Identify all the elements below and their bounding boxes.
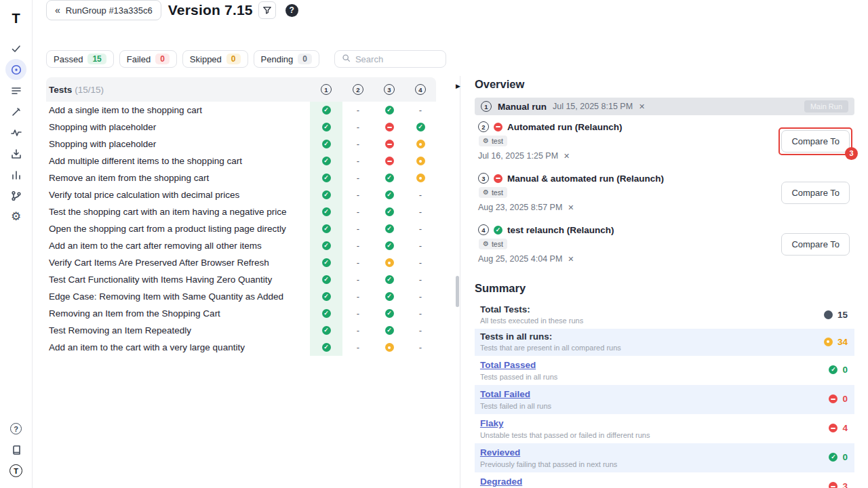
tag-label: test [492, 240, 503, 248]
table-row[interactable]: Test the shopping cart with an item havi… [46, 203, 436, 220]
checklist-icon[interactable] [5, 38, 26, 59]
column-run-1[interactable]: 1 [321, 84, 332, 95]
skipped-count-badge: 0 [226, 54, 241, 64]
run-item-selected[interactable]: 1 Manual run Jul 15, 2025 8:15 PM ✕ Main… [475, 98, 854, 115]
table-row[interactable]: Verify Cart Items Are Preserved After Br… [46, 254, 436, 271]
run-name: Manual run [498, 102, 547, 112]
summary-label: Total Tests: [480, 304, 824, 314]
pen-icon[interactable] [5, 101, 26, 122]
settings-icon[interactable]: ⚙ [5, 206, 26, 227]
summary-status-icon [829, 482, 837, 488]
close-icon[interactable]: ✕ [564, 152, 570, 161]
branch-icon[interactable] [5, 185, 26, 206]
docs-icon[interactable] [5, 439, 26, 460]
test-name: Add an item to the cart with a very larg… [46, 342, 310, 352]
test-name: Remove an item from the shopping cart [46, 173, 310, 183]
filters-row: Passed 15 Failed 0 Skipped 0 Pending 0 [46, 50, 446, 68]
search-input[interactable] [355, 54, 439, 64]
run1-status-icon [322, 190, 331, 199]
column-run-4[interactable]: 4 [415, 84, 426, 95]
summary-link-revieved[interactable]: Revieved [480, 447, 520, 458]
import-icon[interactable] [5, 143, 26, 164]
table-row[interactable]: Shopping with placeholder [46, 136, 436, 152]
help-icon[interactable]: ? [5, 418, 26, 439]
tests-count: (15/15) [75, 85, 104, 95]
column-run-3[interactable]: 3 [384, 84, 395, 95]
back-button[interactable]: « RunGroup #13a335c6 [46, 0, 161, 20]
column-run-2[interactable]: 2 [353, 84, 363, 95]
run1-status-icon [322, 157, 331, 165]
gear-icon: ⚙ [483, 189, 489, 196]
tab-pending[interactable]: Pending 0 [254, 50, 319, 68]
summary-row: Flaky Unstable tests that passed or fail… [475, 414, 854, 443]
tag-badge: ⚙ test [479, 187, 507, 198]
filter-funnel-button[interactable] [258, 1, 276, 19]
table-row[interactable]: Add a single item to the shopping cart [46, 102, 436, 119]
passed-count-badge: 15 [87, 54, 106, 64]
table-row[interactable]: Test Removing an Item Repeatedly [46, 322, 436, 339]
run2-status-icon [354, 224, 363, 233]
table-row[interactable]: Add an item to the cart after removing a… [46, 237, 436, 254]
page-title: Version 7.15 [168, 2, 253, 18]
app: T ⚙ ? [0, 0, 868, 488]
close-icon[interactable]: ✕ [568, 203, 574, 212]
summary-link-degraded[interactable]: Degraded [480, 476, 522, 487]
runs-icon[interactable] [5, 59, 26, 80]
summary-value: 0 [842, 394, 848, 404]
run-number: 4 [478, 224, 489, 235]
list-filter-icon[interactable] [5, 80, 26, 101]
run3-status-icon [385, 207, 394, 216]
close-icon[interactable]: ✕ [568, 255, 574, 264]
table-row[interactable]: Edge Case: Removing Item with Same Quant… [46, 288, 436, 305]
compare-to-button[interactable]: Compare To [781, 130, 850, 152]
help-button[interactable]: ? [285, 4, 298, 17]
brand-logo-icon[interactable]: T [5, 460, 26, 481]
compare-to-button[interactable]: Compare To [781, 182, 850, 204]
run4-status-icon [416, 190, 425, 199]
compare-to-button[interactable]: Compare To [781, 233, 850, 256]
table-row[interactable]: Verify total price calculation with deci… [46, 186, 436, 203]
summary-desc: All tests executed in these runs [480, 317, 824, 325]
close-icon[interactable]: ✕ [639, 102, 645, 111]
summary-status-icon [829, 424, 837, 432]
table-row[interactable]: Test Cart Functionality with Items Havin… [46, 271, 436, 288]
run-item: 4 test relaunch (Relaunch) ⚙ test Aug 25… [475, 218, 854, 270]
table-row[interactable]: Add an item to the cart with a very larg… [46, 339, 436, 356]
scrollbar-thumb[interactable] [456, 276, 459, 307]
table-row[interactable]: Remove an item from the shopping cart [46, 169, 436, 186]
run4-status-icon [416, 343, 425, 352]
tab-skipped[interactable]: Skipped 0 [182, 50, 248, 68]
run4-status-icon [416, 123, 425, 131]
analytics-icon[interactable] [5, 164, 26, 185]
table-row[interactable]: Open the shopping cart from a product li… [46, 220, 436, 237]
summary-label: Tests in all runs: [480, 331, 824, 342]
summary-status-icon [824, 338, 833, 346]
table-row[interactable]: Shopping with placeholder [46, 119, 436, 136]
run1-status-icon [322, 309, 331, 318]
summary-link-flaky[interactable]: Flaky [480, 418, 504, 428]
summary-value: 0 [842, 452, 848, 462]
run4-status-icon [416, 207, 425, 216]
run3-status-icon [385, 190, 394, 199]
run2-status-icon [354, 157, 363, 165]
run4-status-icon [416, 275, 425, 284]
test-name: Shopping with placeholder [46, 122, 310, 132]
activity-icon[interactable] [5, 122, 26, 143]
run3-status-icon [385, 157, 394, 165]
tab-failed[interactable]: Failed 0 [119, 50, 177, 68]
summary-link-total-failed[interactable]: Total Failed [480, 389, 530, 399]
collapse-panel-icon[interactable]: ▶ [456, 83, 460, 89]
app-logo: T [12, 7, 20, 30]
tests-table: Tests(15/15) 1 2 3 4 Add a single item t… [46, 77, 436, 356]
search-icon [342, 53, 351, 65]
summary-value: 15 [837, 310, 848, 320]
run2-status-icon [354, 275, 363, 284]
table-row[interactable]: Add multiple different items to the shop… [46, 152, 436, 169]
tab-passed[interactable]: Passed 15 [46, 50, 114, 68]
summary-link-total-passed[interactable]: Total Passed [480, 360, 536, 370]
test-name: Edge Case: Removing Item with Same Quant… [46, 291, 310, 302]
run3-status-icon [385, 275, 394, 284]
summary-value: 34 [837, 337, 848, 347]
test-name: Test Cart Functionality with Items Havin… [46, 274, 310, 285]
table-row[interactable]: Removing an Item from the Shopping Cart [46, 305, 436, 322]
